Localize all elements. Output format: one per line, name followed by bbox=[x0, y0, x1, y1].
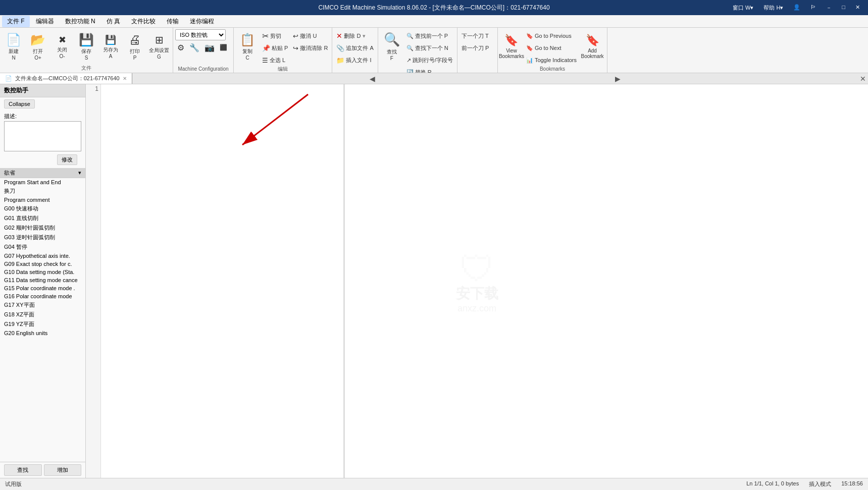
insert-file-button[interactable]: 📁 插入文件 I bbox=[334, 55, 373, 66]
go-previous-icon: 🔖 bbox=[526, 33, 533, 39]
redo-icon: ↪ bbox=[293, 44, 298, 52]
machine-config-btn3[interactable]: 📷 bbox=[202, 42, 217, 53]
replace-button[interactable]: 🔄 替换 R bbox=[404, 67, 455, 73]
toolbar-bookmarks-group: 🔖 ViewBookmarks 🔖 Go to Previous 🔖 Go to… bbox=[498, 28, 607, 73]
delete-button[interactable]: ✕ 删除 D ▾ bbox=[334, 30, 368, 41]
cnc-type-dropdown[interactable]: ISO 数控铣 bbox=[175, 29, 226, 40]
cnc-list-item[interactable]: G19 YZ平面 bbox=[0, 319, 85, 329]
minimize-btn[interactable]: － bbox=[823, 3, 835, 13]
user-icon: 👤 bbox=[790, 3, 803, 13]
machine-config-btn2[interactable]: 🔧 bbox=[187, 42, 201, 53]
fullscreen-button[interactable]: ⊞ 全局设置G bbox=[147, 29, 171, 64]
tab-close[interactable]: ✕ bbox=[858, 75, 868, 83]
go-previous-button[interactable]: 🔖 Go to Previous bbox=[524, 30, 579, 41]
main-tab[interactable]: 📄 文件未命名—CIMCO公司：021-67747640 ✕ bbox=[0, 73, 132, 84]
machine-config-btn4[interactable]: ⬛ bbox=[218, 42, 229, 53]
open-button[interactable]: 📂 打开O+ bbox=[26, 29, 49, 64]
go-next-button[interactable]: 🔖 Go to Next bbox=[524, 42, 579, 53]
title-text: CIMCO Edit Machine Simulation 8.06.02 - … bbox=[318, 4, 549, 12]
toggle-indicators-button[interactable]: 📊 Toggle Indicators bbox=[524, 55, 579, 66]
close-btn[interactable]: ✕ bbox=[852, 3, 863, 13]
file-group-label: 文件 bbox=[2, 65, 171, 73]
cnc-list-item[interactable]: Program comment bbox=[0, 196, 85, 204]
new-icon: 📄 bbox=[6, 33, 21, 47]
print-button[interactable]: 🖨 打印P bbox=[123, 29, 146, 64]
maximize-btn[interactable]: □ bbox=[839, 3, 848, 13]
cnc-list-item[interactable]: G18 XZ平面 bbox=[0, 310, 85, 319]
close-file-button[interactable]: ✖ 关闭O- bbox=[50, 29, 74, 64]
machine-config-btn1[interactable]: ⚙ bbox=[175, 42, 186, 53]
editor-text[interactable] bbox=[101, 84, 868, 478]
cnc-list-item[interactable]: 换刀 bbox=[0, 186, 85, 196]
cnc-list-item[interactable]: G20 English units bbox=[0, 329, 85, 337]
toolbar-delete-group: ✕ 删除 D ▾ 📎 追加文件 A 📁 插入文件 I bbox=[332, 28, 378, 73]
cnc-list-item[interactable]: G00 快速移动 bbox=[0, 204, 85, 213]
add-button[interactable]: 增加 bbox=[44, 464, 82, 476]
add-file-button[interactable]: 📎 追加文件 A bbox=[334, 42, 375, 53]
title-bar: CIMCO Edit Machine Simulation 8.06.02 - … bbox=[0, 0, 868, 15]
cnc-list-item[interactable]: G07 Hypothetical axis inte. bbox=[0, 252, 85, 260]
cnc-list-item[interactable]: G11 Data setting mode cance bbox=[0, 276, 85, 284]
redo-button[interactable]: ↪ 撤消清除 R bbox=[291, 42, 330, 53]
cut-button[interactable]: ✂ 剪切 bbox=[260, 30, 290, 41]
editor-divider[interactable] bbox=[343, 84, 345, 478]
menu-mini[interactable]: 迷你编程 bbox=[185, 16, 219, 27]
menu-transfer[interactable]: 传输 bbox=[162, 16, 184, 27]
paste-icon: 📌 bbox=[262, 44, 270, 52]
copy-button[interactable]: 📋 复制C bbox=[236, 29, 259, 64]
save-button[interactable]: 💾 保存S bbox=[75, 29, 98, 64]
editor-area: 1 🛡 安下载 anxz.com bbox=[86, 84, 868, 478]
add-bookmark-button[interactable]: 🔖 AddBookmark bbox=[580, 29, 605, 64]
cnc-list-item[interactable]: G17 XY平面 bbox=[0, 300, 85, 310]
search-button[interactable]: 🔍 查找F bbox=[380, 29, 403, 64]
tab-nav-left[interactable]: ◀ bbox=[368, 75, 377, 83]
sidebar: 数控助手 Collapse 描述: 修改 欲省 ▾ Program Start … bbox=[0, 84, 86, 478]
menu-cnc[interactable]: 数控功能 N bbox=[60, 16, 100, 27]
tab-nav-right[interactable]: ▶ bbox=[613, 75, 623, 83]
paste-button[interactable]: 📌 粘贴 P bbox=[260, 42, 290, 53]
cnc-list[interactable]: Program Start and End换刀Program commentG0… bbox=[0, 178, 85, 462]
cnc-list-item[interactable]: G01 直线切削 bbox=[0, 213, 85, 223]
line-col-text: Ln 1/1, Col 1, 0 bytes bbox=[746, 480, 799, 488]
cnc-list-item[interactable]: G10 Data setting mode (Sta. bbox=[0, 268, 85, 276]
cut-icon: ✂ bbox=[262, 31, 269, 41]
undo-button[interactable]: ↩ 撤消 U bbox=[291, 30, 330, 41]
cnc-list-item[interactable]: G03 逆时针圆弧切削 bbox=[0, 233, 85, 242]
menu-editor[interactable]: 编辑器 bbox=[31, 16, 59, 27]
cnc-list-item[interactable]: Program Start and End bbox=[0, 178, 85, 186]
goto-line-button[interactable]: ↗ 跳到行号/字段号 bbox=[404, 55, 455, 66]
toolbar-machine-group: ISO 数控铣 ⚙ 🔧 📷 ⬛ Machine Configuration bbox=[173, 28, 234, 73]
selectall-button[interactable]: ☰ 全选 L bbox=[260, 55, 290, 66]
menu-sim[interactable]: 仿 真 bbox=[101, 16, 125, 27]
cnc-list-item[interactable]: G02 顺时针圆弧切削 bbox=[0, 223, 85, 233]
delete-group-label bbox=[334, 72, 375, 73]
close-file-icon: ✖ bbox=[59, 34, 66, 45]
collapse-button[interactable]: Collapse bbox=[4, 99, 35, 108]
insert-file-icon: 📁 bbox=[336, 57, 344, 64]
saveas-button[interactable]: 💾 另存为A bbox=[99, 29, 122, 64]
cnc-list-item[interactable]: G04 暂停 bbox=[0, 242, 85, 252]
delete-icon: ✕ bbox=[336, 32, 342, 40]
find-next-icon: 🔍 bbox=[406, 45, 414, 51]
modify-button[interactable]: 修改 bbox=[57, 154, 77, 165]
help-menu-btn[interactable]: 帮助 H▾ bbox=[760, 3, 786, 13]
find-prev-button[interactable]: 🔍 查找前一个 P bbox=[404, 30, 455, 41]
cnc-list-item[interactable]: G09 Exact stop check for c. bbox=[0, 260, 85, 268]
menu-file[interactable]: 文件 F bbox=[2, 16, 30, 27]
new-button[interactable]: 📄 新建N bbox=[2, 29, 25, 64]
tab-close-icon[interactable]: ✕ bbox=[123, 76, 127, 81]
menu-compare[interactable]: 文件比较 bbox=[126, 16, 161, 27]
sidebar-bottom: 查找 增加 bbox=[0, 462, 85, 478]
toggle-icon: 📊 bbox=[526, 57, 533, 64]
next-tool-button[interactable]: 下一个刀 T bbox=[459, 30, 491, 41]
find-next-button[interactable]: 🔍 查找下一个 N bbox=[404, 42, 455, 53]
window-menu-btn[interactable]: 窗口 W▾ bbox=[730, 3, 756, 13]
search-button[interactable]: 查找 bbox=[4, 464, 42, 476]
view-bookmarks-button[interactable]: 🔖 ViewBookmarks bbox=[500, 29, 523, 64]
line-number-1: 1 bbox=[86, 85, 98, 92]
prev-tool-button[interactable]: 前一个刀 P bbox=[459, 42, 491, 53]
status-bar: 试用版 Ln 1/1, Col 1, 0 bytes 插入模式 15:18:56 bbox=[0, 478, 868, 490]
desc-textarea[interactable] bbox=[4, 121, 81, 151]
cnc-list-item[interactable]: G16 Polar coordinate mode bbox=[0, 292, 85, 300]
cnc-list-item[interactable]: G15 Polar coordinate mode . bbox=[0, 284, 85, 292]
